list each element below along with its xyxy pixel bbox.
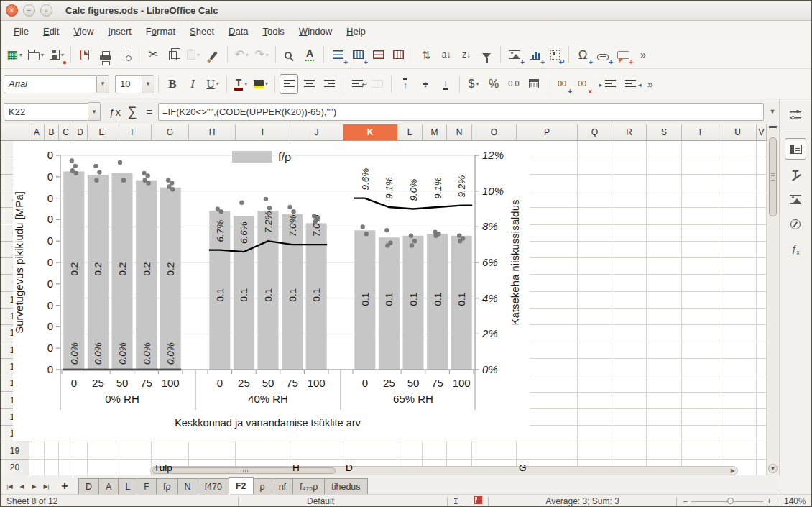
insert-comment-icon[interactable]: + (614, 45, 632, 65)
column-header-D[interactable]: D (73, 124, 88, 141)
undo-dropdown-icon[interactable]: ▾ (246, 52, 249, 58)
add-sheet-icon[interactable]: + (57, 479, 73, 493)
font-name-input[interactable]: Arial (4, 75, 97, 93)
sheet-tab-f470[interactable]: f470 (198, 478, 229, 494)
print-icon[interactable] (96, 45, 114, 65)
last-sheet-icon[interactable]: ▶| (40, 479, 52, 493)
more-toolbar-options-icon[interactable]: » (634, 45, 652, 65)
insert-chart-icon[interactable]: + (525, 45, 544, 65)
decrease-indent-icon[interactable] (621, 74, 640, 94)
page-style[interactable]: Default (239, 496, 447, 506)
print-preview-icon[interactable] (116, 45, 134, 65)
split-window-handle[interactable] (769, 126, 777, 128)
equals-button[interactable]: = (141, 103, 158, 121)
vertical-scrollbar-thumb[interactable] (769, 137, 777, 216)
insert-hyperlink-icon[interactable]: + (594, 45, 612, 65)
document-modified-icon[interactable] (469, 496, 488, 506)
cut-icon[interactable]: ✂ (144, 45, 162, 65)
sidebar-tab-gallery[interactable] (785, 188, 806, 210)
column-header-E[interactable]: E (88, 124, 116, 141)
horizontal-scrollbar[interactable]: ▶ (150, 466, 738, 475)
sheet-tab-ρ[interactable]: ρ (253, 478, 272, 494)
function-wizard-button[interactable]: ƒx (106, 103, 124, 121)
zoom-slider[interactable]: − + (677, 496, 778, 506)
bold-icon[interactable]: B (163, 74, 182, 94)
sidebar-tab-properties[interactable] (785, 138, 806, 160)
column-header-H[interactable]: H (189, 124, 236, 141)
scroll-down-icon[interactable]: ▼ (768, 464, 778, 473)
close-icon[interactable]: × (6, 4, 18, 17)
align-bottom-icon[interactable]: ↓ (436, 74, 455, 94)
center-vertically-icon[interactable]: ↕ (416, 74, 435, 94)
minimize-icon[interactable]: − (23, 4, 35, 17)
wrap-text-icon[interactable] (348, 74, 366, 94)
zoom-slider-track[interactable] (691, 501, 763, 502)
font-color-dropdown-icon[interactable]: ▾ (244, 81, 247, 87)
undo-icon[interactable]: ↶▾ (232, 45, 251, 65)
sheet-grid[interactable]: ABCDEFGHIJKLMNOPQRSTUV123456789101112131… (1, 124, 767, 475)
open-icon[interactable]: ▾ (26, 45, 46, 65)
name-box[interactable]: K22 (4, 103, 88, 121)
column-header-T[interactable]: T (682, 124, 719, 141)
menu-edit[interactable]: Edit (36, 23, 66, 40)
column-header-K[interactable]: K (343, 124, 397, 141)
column-header-U[interactable]: U (719, 124, 757, 141)
font-size-input[interactable]: 10 (115, 75, 142, 93)
sheet-tab-L[interactable]: L (118, 478, 137, 494)
zoom-out-icon[interactable]: − (683, 496, 688, 506)
sheet-tab-f₄₇₀ρ[interactable]: f₄₇₀ρ (292, 478, 325, 494)
spelling-icon[interactable]: A (300, 45, 319, 65)
delete-row-icon[interactable] (369, 45, 387, 65)
redo-dropdown-icon[interactable]: ▾ (266, 52, 269, 58)
column-header-R[interactable]: R (612, 124, 647, 141)
column-header-I[interactable]: I (236, 124, 290, 141)
export-pdf-icon[interactable] (75, 45, 94, 65)
name-box-dropdown-icon[interactable]: ▼ (88, 102, 101, 121)
column-header-N[interactable]: N (447, 124, 472, 141)
column-header-Q[interactable]: Q (578, 124, 612, 141)
sheet-tab-fρ[interactable]: fρ (156, 478, 178, 494)
underline-dropdown-icon[interactable]: ▾ (216, 81, 219, 87)
next-sheet-icon[interactable]: ▶ (28, 479, 40, 493)
column-header-C[interactable]: C (59, 124, 73, 141)
sidebar-tab-functions[interactable]: ƒx (785, 239, 806, 260)
menu-help[interactable]: Help (339, 23, 373, 40)
zoom-in-icon[interactable]: + (767, 496, 772, 506)
delete-decimal-place-icon[interactable]: 00× (573, 74, 591, 94)
row-header-19[interactable]: 19 (1, 442, 29, 459)
menu-view[interactable]: View (66, 23, 101, 40)
formula-input[interactable]: =IF(K20<>"",(CODE(UPPER(K20))-65),"") (158, 103, 764, 121)
sheet-tab-A[interactable]: A (98, 478, 119, 494)
more-format-options-icon[interactable]: » (641, 74, 660, 94)
column-header-J[interactable]: J (290, 124, 343, 141)
sort-ascending-icon[interactable]: a↓ (437, 45, 456, 65)
save-dropdown-icon[interactable]: ▾ (61, 52, 64, 58)
sidebar-tab-styles[interactable]: T (785, 163, 806, 185)
column-header-M[interactable]: M (423, 124, 447, 141)
copy-icon[interactable] (164, 45, 183, 65)
clone-formatting-icon[interactable] (204, 45, 223, 65)
currency-format-icon[interactable]: $▾ (464, 74, 483, 94)
sheet-tab-F[interactable]: F (137, 478, 157, 494)
cell-P20[interactable]: G (517, 460, 578, 475)
column-header-O[interactable]: O (472, 124, 517, 141)
column-header-A[interactable]: A (29, 124, 45, 141)
menu-sheet[interactable]: Sheet (183, 23, 221, 40)
autofilter-icon[interactable] (477, 45, 496, 65)
column-header-S[interactable]: S (647, 124, 682, 141)
paste-dropdown-icon[interactable]: ▾ (197, 52, 200, 58)
first-sheet-icon[interactable]: |◀ (4, 479, 16, 493)
cell-K20[interactable]: D (343, 460, 397, 475)
insert-mode-icon[interactable]: I_ (448, 497, 469, 506)
delete-column-icon[interactable] (389, 45, 407, 65)
sort-icon[interactable]: ⇅ (417, 45, 435, 65)
column-header-P[interactable]: P (517, 124, 578, 141)
cell-G20[interactable]: Tulp (152, 460, 189, 475)
column-header-B[interactable]: B (45, 124, 59, 141)
menu-insert[interactable]: Insert (101, 23, 139, 40)
row-header-20[interactable]: 20 (1, 460, 29, 475)
column-header-L[interactable]: L (397, 124, 423, 141)
highlighting-color-icon[interactable]: ▾ (252, 74, 270, 94)
align-center-icon[interactable] (300, 74, 318, 94)
align-top-icon[interactable]: ↑ (396, 74, 415, 94)
